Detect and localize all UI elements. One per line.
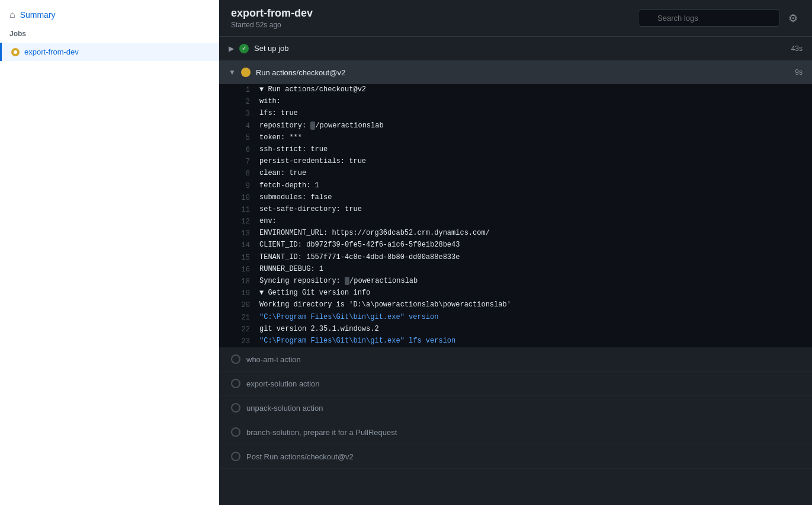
pending-step-row[interactable]: unpack-solution action — [219, 396, 812, 420]
line-number: 1 — [229, 84, 250, 96]
line-content: TENANT_ID: 1557f771-4c8e-4dbd-8b80-dd00a… — [259, 252, 460, 263]
line-content: submodules: false — [259, 192, 332, 203]
line-number: 14 — [229, 239, 250, 251]
log-line: 20 Working directory is 'D:\a\poweractio… — [219, 299, 812, 311]
line-content: clean: true — [259, 168, 306, 179]
pending-status-icon — [231, 379, 240, 388]
env-url-link[interactable]: https://org36dcab52.crm.dynamics.com/ — [332, 229, 489, 237]
step-status-checkout — [240, 67, 251, 78]
log-line: 1▼ Run actions/checkout@v2 — [219, 84, 812, 96]
line-number: 8 — [229, 168, 250, 180]
main-header: export-from-dev Started 52s ago 🔍 ⚙ — [219, 0, 812, 37]
redacted-content — [310, 122, 315, 130]
log-line: 8 clean: true — [219, 168, 812, 180]
line-number: 13 — [229, 228, 250, 239]
step-row-setup[interactable]: ▶ ✓ Set up job 43s — [219, 37, 812, 60]
log-line: 12 env: — [219, 216, 812, 228]
line-number: 9 — [229, 180, 250, 192]
step-row-checkout[interactable]: ▼ Run actions/checkout@v2 9s — [219, 60, 812, 84]
chevron-down-icon: ▼ — [229, 68, 236, 76]
pending-step-row[interactable]: branch-solution, prepare it for a PullRe… — [219, 420, 812, 445]
line-number: 10 — [229, 192, 250, 204]
log-line: 4 repository: /poweractionslab — [219, 120, 812, 132]
search-logs-input[interactable] — [638, 9, 780, 27]
log-lines: 1▼ Run actions/checkout@v22 with:3 lfs: … — [219, 84, 812, 347]
line-number: 16 — [229, 264, 250, 276]
step-label-setup: Set up job — [254, 44, 787, 53]
pending-step-row[interactable]: who-am-i action — [219, 347, 812, 372]
log-line: 15 TENANT_ID: 1557f771-4c8e-4dbd-8b80-dd… — [219, 252, 812, 264]
line-number: 5 — [229, 132, 250, 144]
pending-status-icon — [231, 452, 240, 461]
line-number: 18 — [229, 276, 250, 287]
line-content: ENVIRONMENT_URL: https://org36dcab52.crm… — [259, 228, 490, 239]
line-content: set-safe-directory: true — [259, 204, 362, 215]
line-number: 12 — [229, 216, 250, 228]
sidebar-summary-link[interactable]: ⌂ Summary — [0, 5, 219, 25]
pending-step-label: Post Run actions/checkout@v2 — [246, 452, 354, 461]
line-number: 6 — [229, 144, 250, 156]
line-content: "C:\Program Files\Git\bin\git.exe" versi… — [259, 312, 438, 323]
step-label-checkout: Run actions/checkout@v2 — [256, 68, 790, 77]
log-line: 7 persist-credentials: true — [219, 156, 812, 168]
line-number: 21 — [229, 312, 250, 324]
pending-status-icon — [231, 427, 240, 437]
log-line: 13 ENVIRONMENT_URL: https://org36dcab52.… — [219, 228, 812, 239]
log-line: 23 "C:\Program Files\Git\bin\git.exe" lf… — [219, 335, 812, 347]
line-number: 4 — [229, 120, 250, 132]
pending-step-label: branch-solution, prepare it for a PullRe… — [246, 428, 397, 437]
workflow-subtitle: Started 52s ago — [231, 21, 313, 29]
log-line: 21 "C:\Program Files\Git\bin\git.exe" ve… — [219, 312, 812, 324]
pending-step-label: who-am-i action — [246, 355, 301, 364]
line-content: Syncing repository: /poweractionslab — [259, 276, 418, 287]
pending-step-row[interactable]: Post Run actions/checkout@v2 — [219, 445, 812, 469]
log-line: 3 lfs: true — [219, 108, 812, 120]
job-label: export-from-dev — [24, 47, 79, 56]
log-line: 11 set-safe-directory: true — [219, 204, 812, 216]
redacted-content — [345, 277, 349, 285]
main-panel: export-from-dev Started 52s ago 🔍 ⚙ ▶ ✓ … — [219, 0, 812, 505]
log-line: 22 git version 2.35.1.windows.2 — [219, 324, 812, 335]
log-line: 18Syncing repository: /poweractionslab — [219, 276, 812, 287]
line-content: ▼ Run actions/checkout@v2 — [259, 84, 366, 95]
sidebar: ⌂ Summary Jobs export-from-dev — [0, 0, 219, 505]
line-number: 22 — [229, 324, 250, 335]
line-content: persist-credentials: true — [259, 156, 366, 167]
line-number: 11 — [229, 204, 250, 216]
job-spinner — [14, 50, 17, 54]
line-content: env: — [259, 216, 277, 227]
spinner-icon — [241, 68, 251, 77]
search-wrapper: 🔍 — [638, 9, 780, 27]
log-line: 2 with: — [219, 96, 812, 108]
summary-label: Summary — [20, 10, 56, 20]
pending-status-icon — [231, 403, 240, 413]
line-number: 19 — [229, 287, 250, 299]
line-content: repository: /poweractionslab — [259, 120, 384, 132]
line-content: ▼ Getting Git version info — [259, 287, 370, 299]
log-line: 16 RUNNER_DEBUG: 1 — [219, 264, 812, 276]
log-line: 6 ssh-strict: true — [219, 144, 812, 156]
header-title-group: export-from-dev Started 52s ago — [231, 7, 313, 29]
log-line: 10 submodules: false — [219, 192, 812, 204]
workflow-title: export-from-dev — [231, 7, 313, 20]
chevron-right-icon: ▶ — [229, 44, 234, 53]
log-container[interactable]: ▶ ✓ Set up job 43s ▼ Run actions/checkou… — [219, 37, 812, 505]
line-number: 15 — [229, 252, 250, 264]
log-line: 9 fetch-depth: 1 — [219, 180, 812, 192]
line-content: RUNNER_DEBUG: 1 — [259, 264, 323, 275]
settings-button[interactable]: ⚙ — [786, 9, 800, 27]
log-line: 19▼ Getting Git version info — [219, 287, 812, 299]
line-content: git version 2.35.1.windows.2 — [259, 324, 379, 335]
job-status-indicator — [11, 48, 20, 56]
line-content: token: *** — [259, 132, 302, 143]
pending-step-label: export-solution action — [246, 379, 320, 388]
sidebar-job-item[interactable]: export-from-dev — [0, 43, 219, 61]
log-line: 14 CLIENT_ID: db972f39-0fe5-42f6-a1c6-5f… — [219, 239, 812, 251]
line-number: 3 — [229, 108, 250, 120]
home-icon: ⌂ — [9, 9, 15, 20]
pending-step-row[interactable]: export-solution action — [219, 372, 812, 396]
line-number: 7 — [229, 156, 250, 168]
line-number: 2 — [229, 96, 250, 108]
line-number: 20 — [229, 299, 250, 311]
header-actions: 🔍 ⚙ — [638, 9, 800, 27]
